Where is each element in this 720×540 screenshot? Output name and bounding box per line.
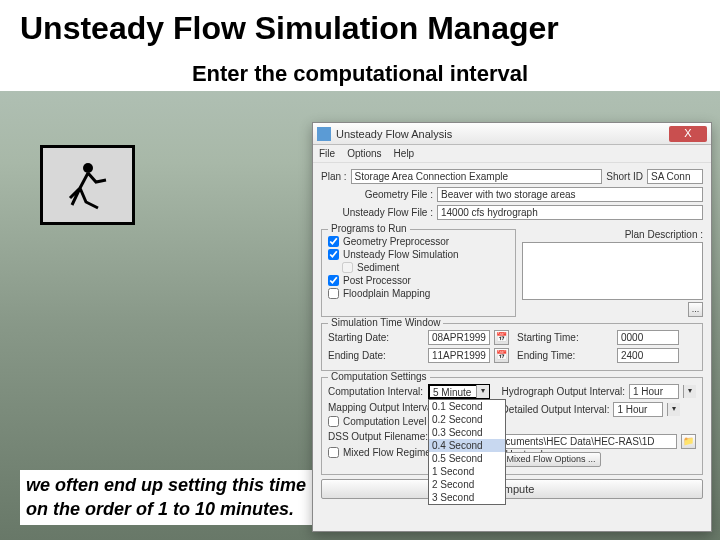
runner-icon [40, 145, 135, 225]
chk-post-proc[interactable] [328, 275, 339, 286]
list-item[interactable]: 0.1 Second [429, 400, 505, 413]
programs-legend: Programs to Run [328, 223, 410, 234]
list-item[interactable]: 0.4 Second [429, 439, 505, 452]
computation-fieldset: Computation Settings Computation Interva… [321, 377, 703, 475]
start-time-label: Starting Time: [517, 332, 613, 343]
map-interval-label: Mapping Output Interval: [328, 402, 438, 413]
slide-caption: we often end up setting this time on the… [20, 470, 312, 525]
flowfile-label: Unsteady Flow File : [321, 207, 433, 218]
start-date-label: Starting Date: [328, 332, 424, 343]
shortid-label: Short ID [606, 171, 643, 182]
timewindow-fieldset: Simulation Time Window Starting Date:08A… [321, 323, 703, 371]
hydro-interval-label: Hydrograph Output Interval: [502, 386, 625, 397]
comp-interval-label: Computation Interval: [328, 386, 424, 397]
dss-label: DSS Output Filename: [328, 431, 428, 442]
chk-unsteady-sim[interactable] [328, 249, 339, 260]
chk-geom-pre[interactable] [328, 236, 339, 247]
plandesc-textarea[interactable] [522, 242, 703, 300]
menubar: File Options Help [313, 145, 711, 163]
slide-subtitle: Enter the computational interval [0, 57, 720, 91]
plan-input[interactable]: Storage Area Connection Example [351, 169, 603, 184]
start-time-input[interactable]: 0000 [617, 330, 679, 345]
plandesc-expand-button[interactable]: ... [688, 302, 703, 317]
dss-path-input[interactable]: cuments\HEC Data\HEC-RAS\1D Unsteady [502, 434, 677, 449]
slide-title: Unsteady Flow Simulation Manager [0, 0, 720, 57]
comp-interval-list[interactable]: 0.1 Second 0.2 Second 0.3 Second 0.4 Sec… [428, 399, 506, 505]
chevron-down-icon[interactable]: ▾ [683, 385, 696, 398]
chk-mixed-flow[interactable] [328, 447, 339, 458]
list-item[interactable]: 1 Second [429, 465, 505, 478]
menu-help[interactable]: Help [394, 148, 415, 159]
timewindow-legend: Simulation Time Window [328, 317, 443, 328]
chevron-down-icon[interactable]: ▾ [667, 403, 680, 416]
list-item[interactable]: 0.3 Second [429, 426, 505, 439]
flowfile-input[interactable]: 14000 cfs hydrograph [437, 205, 703, 220]
end-time-label: Ending Time: [517, 350, 613, 361]
geometry-label: Geometry File : [321, 189, 433, 200]
end-time-input[interactable]: 2400 [617, 348, 679, 363]
lbl-geom-pre: Geometry Preprocessor [343, 236, 449, 247]
menu-options[interactable]: Options [347, 148, 381, 159]
chk-level-output[interactable] [328, 416, 339, 427]
end-date-input[interactable]: 11APR1999 [428, 348, 490, 363]
computation-legend: Computation Settings [328, 371, 430, 382]
window-title: Unsteady Flow Analysis [336, 128, 669, 140]
list-item[interactable]: 0.2 Second [429, 413, 505, 426]
start-date-picker[interactable]: 📅 [494, 330, 509, 345]
hydro-interval-input[interactable]: 1 Hour [629, 384, 679, 399]
lbl-sediment: Sediment [357, 262, 399, 273]
shortid-input[interactable]: SA Conn [647, 169, 703, 184]
app-icon [317, 127, 331, 141]
list-item[interactable]: 2 Second [429, 478, 505, 491]
chk-floodplain[interactable] [328, 288, 339, 299]
lbl-floodplain: Floodplain Mapping [343, 288, 430, 299]
chevron-down-icon[interactable]: ▾ [476, 385, 489, 398]
detail-interval-label: Detailed Output Interval: [502, 404, 610, 415]
plandesc-label: Plan Description : [522, 229, 703, 240]
programs-fieldset: Programs to Run Geometry Preprocessor Un… [321, 229, 516, 317]
end-date-label: Ending Date: [328, 350, 424, 361]
list-item[interactable]: 0.5 Second [429, 452, 505, 465]
titlebar[interactable]: Unsteady Flow Analysis X [313, 123, 711, 145]
unsteady-flow-dialog: Unsteady Flow Analysis X File Options He… [312, 122, 712, 532]
plan-label: Plan : [321, 171, 347, 182]
lbl-unsteady-sim: Unsteady Flow Simulation [343, 249, 459, 260]
mixed-options-button[interactable]: Mixed Flow Options ... [502, 452, 601, 467]
dss-browse-button[interactable]: 📁 [681, 434, 696, 449]
chk-sediment [342, 262, 353, 273]
lbl-post-proc: Post Processor [343, 275, 411, 286]
svg-point-0 [83, 163, 93, 173]
start-date-input[interactable]: 08APR1999 [428, 330, 490, 345]
list-item[interactable]: 3 Second [429, 491, 505, 504]
compute-button[interactable]: Compute [321, 479, 703, 499]
menu-file[interactable]: File [319, 148, 335, 159]
geometry-input[interactable]: Beaver with two storage areas [437, 187, 703, 202]
comp-interval-dropdown[interactable]: 5 Minute ▾ 0.1 Second 0.2 Second 0.3 Sec… [428, 384, 490, 399]
end-date-picker[interactable]: 📅 [494, 348, 509, 363]
close-button[interactable]: X [669, 126, 707, 142]
detail-interval-input[interactable]: 1 Hour [613, 402, 663, 417]
